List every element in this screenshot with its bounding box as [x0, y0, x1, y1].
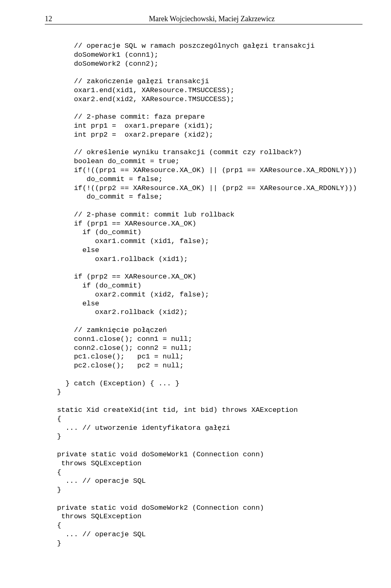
- header-authors: Marek Wojciechowski, Maciej Zakrzewicz: [61, 15, 362, 23]
- page: 12 Marek Wojciechowski, Maciej Zakrzewic…: [0, 0, 391, 588]
- code-listing: // operacje SQL w ramach poszczególnych …: [57, 42, 362, 548]
- page-number: 12: [45, 15, 61, 23]
- running-header: 12 Marek Wojciechowski, Maciej Zakrzewic…: [45, 15, 362, 24]
